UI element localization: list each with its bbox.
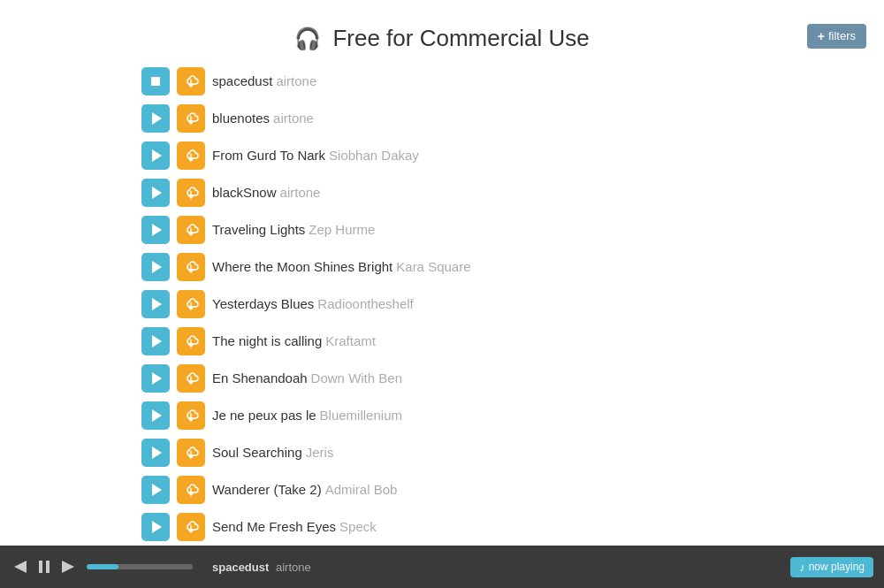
track-item: Soul SearchingJeris [141, 434, 743, 471]
next-button[interactable] [58, 559, 78, 575]
play-icon [152, 112, 162, 125]
track-name: spacedust [212, 73, 272, 88]
track-item: Traveling LightsZep Hurme [141, 211, 743, 248]
play-button[interactable] [141, 439, 170, 467]
track-name: bluenotes [212, 111, 270, 126]
play-icon [152, 261, 162, 273]
cloud-icon [183, 111, 199, 126]
play-button[interactable] [141, 216, 170, 244]
play-icon [152, 372, 162, 385]
cloud-icon [183, 222, 199, 238]
pause-button[interactable] [35, 559, 53, 575]
play-icon [152, 149, 162, 162]
cloud-icon [183, 296, 199, 312]
filters-button[interactable]: + filters [807, 24, 866, 49]
track-info: Traveling LightsZep Hurme [212, 222, 375, 238]
track-name: Je ne peux pas le [212, 408, 316, 423]
cloud-icon [183, 333, 199, 349]
download-button[interactable] [177, 401, 205, 430]
download-button[interactable] [177, 513, 205, 541]
track-artist: Kara Square [396, 259, 470, 274]
track-info: Send Me Fresh EyesSpeck [212, 519, 377, 535]
track-name: En Shenandoah [212, 370, 308, 386]
track-item: Je ne peux pas leBluemillenium [141, 397, 743, 434]
filters-label: filters [828, 29, 856, 42]
download-button[interactable] [177, 141, 205, 170]
cloud-icon [183, 185, 199, 201]
track-name: Soul Searching [212, 445, 302, 460]
track-name: blackSnow [212, 185, 277, 200]
play-icon [152, 484, 162, 496]
play-button[interactable] [141, 104, 170, 133]
now-playing-label: now playing [809, 561, 865, 573]
cloud-icon [183, 445, 199, 461]
track-name: The night is calling [212, 333, 322, 348]
track-artist: Speck [339, 519, 377, 534]
track-artist: Down With Ben [311, 370, 402, 386]
track-item: En ShenandoahDown With Ben [141, 360, 743, 397]
track-info: The night is callingKraftamt [212, 333, 376, 349]
track-name: From Gurd To Nark [212, 148, 325, 163]
player-controls [11, 559, 78, 575]
play-button[interactable] [141, 253, 170, 281]
page-icon: 🎧 [294, 27, 321, 50]
track-item: Yesterdays BluesRadioontheshelf [141, 286, 743, 323]
stop-icon [151, 77, 160, 86]
track-artist: Kraftamt [325, 333, 376, 348]
play-icon [152, 521, 162, 533]
download-button[interactable] [177, 216, 205, 244]
now-playing-badge: ♪ now playing [790, 557, 873, 577]
play-button[interactable] [141, 513, 170, 541]
play-button[interactable] [141, 179, 170, 207]
play-button[interactable] [141, 401, 170, 430]
play-icon [152, 409, 162, 422]
track-name: Wanderer (Take 2) [212, 482, 322, 497]
track-artist: Jeris [306, 445, 334, 460]
prev-button[interactable] [11, 559, 30, 575]
track-info: Soul SearchingJeris [212, 445, 333, 461]
track-info: blackSnowairtone [212, 185, 320, 201]
now-playing-info: spacedust airtone [202, 561, 781, 574]
track-name: Send Me Fresh Eyes [212, 519, 336, 534]
play-button[interactable] [141, 141, 170, 170]
page-title: 🎧 Free for Commercial Use [0, 25, 884, 52]
cloud-icon [183, 73, 199, 89]
track-artist: Zep Hurme [309, 222, 375, 237]
cloud-icon [183, 408, 199, 424]
play-button[interactable] [141, 476, 170, 504]
download-button[interactable] [177, 179, 205, 207]
progress-fill [87, 564, 118, 569]
page-header: 🎧 Free for Commercial Use + filters [0, 9, 884, 63]
track-item: Wanderer (Take 2)Admiral Bob [141, 471, 743, 508]
track-info: bluenotesairtone [212, 111, 314, 126]
track-artist: Admiral Bob [325, 482, 398, 497]
progress-bar[interactable] [87, 564, 193, 569]
download-button[interactable] [177, 67, 205, 95]
play-button[interactable] [141, 327, 170, 355]
current-artist: airtone [276, 561, 311, 574]
track-artist: airtone [280, 185, 321, 200]
track-item: Where the Moon Shines BrightKara Square [141, 248, 743, 286]
play-button[interactable] [141, 364, 170, 393]
cloud-icon [183, 259, 199, 275]
download-button[interactable] [177, 327, 205, 355]
track-item: blackSnowairtone [141, 174, 743, 211]
download-button[interactable] [177, 253, 205, 281]
download-button[interactable] [177, 104, 205, 133]
play-icon [152, 447, 162, 459]
cloud-icon [183, 519, 199, 535]
track-item: From Gurd To NarkSiobhan Dakay [141, 137, 743, 174]
download-button[interactable] [177, 439, 205, 467]
player-bar: spacedust airtone ♪ now playing [0, 546, 884, 588]
download-button[interactable] [177, 364, 205, 393]
header-title-text: Free for Commercial Use [332, 25, 589, 51]
play-button[interactable] [141, 67, 170, 95]
download-button[interactable] [177, 476, 205, 504]
track-name: Traveling Lights [212, 222, 305, 237]
track-name: Where the Moon Shines Bright [212, 259, 392, 274]
download-button[interactable] [177, 290, 205, 318]
play-icon [152, 298, 162, 310]
track-artist: airtone [273, 111, 314, 126]
play-button[interactable] [141, 290, 170, 318]
main-content: 🎧 Free for Commercial Use + filters spac… [0, 0, 884, 546]
